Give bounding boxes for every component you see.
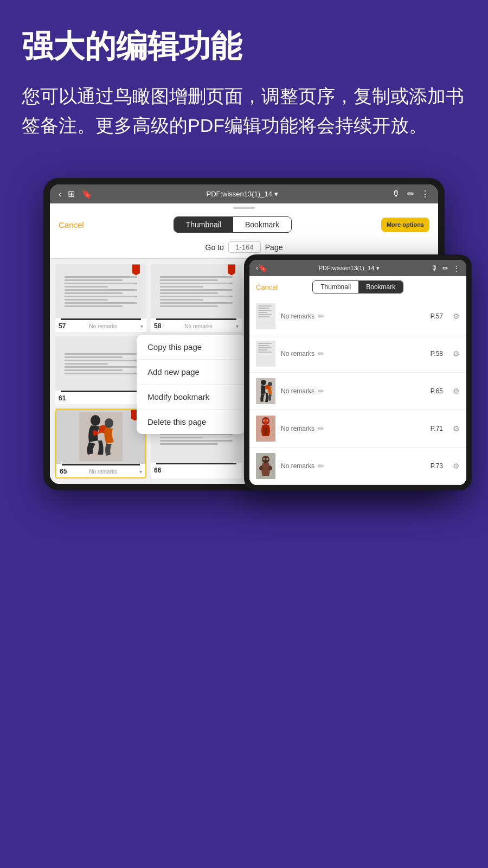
bookmark-row-58[interactable]: No remarks ✏ P.58 ⚙: [249, 335, 466, 373]
secondary-tab-group: Thumbnail Bookmark: [312, 280, 403, 293]
svg-point-25: [267, 420, 268, 422]
bookmark-thumb-73: [256, 453, 275, 479]
secondary-topbar: ‹ 🔖 PDF:wissen13(1)_14 ▾ 🎙 ✏ ⋮: [249, 260, 466, 276]
secondary-mic-icon[interactable]: 🎙: [431, 264, 438, 272]
secondary-more-icon[interactable]: ⋮: [453, 264, 460, 272]
remarks-57: No remarks: [89, 323, 117, 329]
chevron-58[interactable]: ▾: [236, 323, 239, 329]
thumb-65[interactable]: 65 No remarks ▾: [55, 409, 146, 478]
pen-icon[interactable]: ✏: [407, 189, 414, 199]
thumb-footer-61: 61 ▾: [55, 392, 146, 404]
chevron-65[interactable]: ▾: [139, 469, 142, 475]
tablet-topbar: ‹ ⊞ 🔖 PDF:wissen13(1)_14 ▾ 🎙 ✏ ⋮: [50, 184, 438, 203]
tab-thumbnail[interactable]: Thumbnail: [174, 217, 233, 232]
bookmark-row-71[interactable]: No remarks ✏ P.71 ⚙: [249, 410, 466, 448]
bookmark-thumb-57: [256, 303, 275, 329]
drag-handle-area: [50, 203, 438, 211]
page-num-57: 57: [59, 322, 66, 330]
page-num-61: 61: [59, 394, 66, 402]
cancel-button[interactable]: Cancel: [59, 220, 84, 229]
grid-icon[interactable]: ⊞: [68, 189, 75, 199]
svg-point-13: [91, 415, 100, 426]
bookmark-row-65[interactable]: No remarks ✏ P.65 ⚙: [249, 373, 466, 410]
artwork-65: [79, 412, 123, 461]
page-num-65: 65: [60, 468, 67, 475]
bookmark-icon[interactable]: 🔖: [81, 189, 92, 199]
page-num-66: 66: [154, 467, 161, 474]
page-num-58: 58: [154, 322, 161, 330]
thumb-footer-66: 66: [151, 464, 242, 476]
bookmark-flag-57: [132, 264, 140, 275]
secondary-cancel-button[interactable]: Cancel: [256, 283, 278, 291]
edit-icon-73[interactable]: ✏: [318, 462, 324, 470]
gear-icon-58[interactable]: ⚙: [453, 349, 460, 358]
more-options-button[interactable]: More options: [381, 218, 429, 232]
secondary-tablet-screen: ‹ 🔖 PDF:wissen13(1)_14 ▾ 🎙 ✏ ⋮ Cancel: [249, 260, 466, 485]
chevron-57[interactable]: ▾: [140, 323, 143, 329]
svg-point-14: [105, 418, 113, 428]
tab-bookmark[interactable]: Bookmark: [233, 217, 291, 232]
thumbnail-toolbar: Cancel Thumbnail Bookmark More options: [50, 211, 438, 238]
secondary-topbar-left-icons: 🔖: [258, 264, 267, 272]
back-icon[interactable]: ‹: [59, 189, 61, 199]
secondary-bookmark-icon[interactable]: 🔖: [258, 264, 267, 272]
gear-icon-73[interactable]: ⚙: [453, 462, 460, 470]
text-lines-57: [65, 270, 137, 313]
edit-icon-71[interactable]: ✏: [318, 424, 324, 433]
thumb-footer-57: 57 No remarks ▾: [55, 320, 146, 332]
secondary-topbar-right: 🎙 ✏ ⋮: [431, 264, 460, 272]
svg-point-24: [264, 420, 265, 422]
svg-point-16: [261, 380, 266, 385]
edit-icon-58[interactable]: ✏: [318, 349, 324, 358]
context-delete-page[interactable]: Delete this page: [137, 410, 245, 434]
secondary-tab-bookmark[interactable]: Bookmark: [358, 281, 403, 293]
thumb-img-57: [55, 264, 146, 318]
context-menu: Copy this page Add new page Modify bookm…: [137, 335, 245, 434]
secondary-pen-icon[interactable]: ✏: [442, 264, 448, 272]
bookmark-row-73[interactable]: No remarks ✏ P.73 ⚙: [249, 448, 466, 485]
svg-rect-21: [264, 427, 268, 435]
dropdown-icon[interactable]: ▾: [274, 190, 278, 198]
svg-point-31: [267, 459, 267, 459]
edit-icon-65[interactable]: ✏: [318, 387, 324, 395]
thumb-img-65: [56, 410, 145, 464]
bookmark-page-71: P.71: [431, 425, 443, 432]
secondary-tab-thumbnail[interactable]: Thumbnail: [313, 281, 358, 293]
filename-label: PDF:wissen13(1)_14: [206, 190, 272, 198]
text-lines-61: [65, 342, 137, 385]
mic-icon[interactable]: 🎙: [392, 189, 401, 199]
svg-point-30: [264, 459, 264, 459]
bookmark-row-57[interactable]: No remarks ✏ P.57 ⚙: [249, 298, 466, 335]
bookmark-list: No remarks ✏ P.57 ⚙: [249, 298, 466, 485]
page-input[interactable]: [228, 241, 261, 253]
gear-icon-71[interactable]: ⚙: [453, 424, 460, 433]
bookmark-thumb-71: [256, 416, 275, 442]
thumb-57[interactable]: 57 No remarks ▾: [55, 264, 146, 332]
thumb-footer-65: 65 No remarks ▾: [56, 465, 145, 477]
secondary-filename: PDF:wissen13(1)_14 ▾: [267, 265, 431, 272]
topbar-left: ‹ ⊞ 🔖: [59, 189, 92, 199]
bookmark-text-73: No remarks: [281, 462, 314, 470]
header-section: 强大的编辑功能 您可以通过鸟瞰图增删页面，调整页序，复制或添加书签备注。更多高级…: [0, 0, 488, 178]
more-icon[interactable]: ⋮: [421, 189, 429, 199]
edit-icon-57[interactable]: ✏: [318, 312, 324, 321]
context-modify-bookmark[interactable]: Modify bookmark: [137, 385, 245, 410]
page-description: 您可以通过鸟瞰图增删页面，调整页序，复制或添加书签备注。更多高级的PDF编辑功能…: [22, 81, 466, 141]
context-add-page[interactable]: Add new page: [137, 360, 245, 385]
context-copy-page[interactable]: Copy this page: [137, 335, 245, 360]
gear-icon-65[interactable]: ⚙: [453, 387, 460, 395]
tab-group: Thumbnail Bookmark: [174, 216, 292, 233]
thumb-61[interactable]: 61 ▾: [55, 336, 146, 404]
text-lines-58: [160, 270, 233, 313]
bookmark-flag-58: [228, 264, 235, 275]
bookmark-info-58: No remarks ✏: [281, 349, 425, 358]
bookmark-info-71: No remarks ✏: [281, 424, 425, 433]
gear-icon-57[interactable]: ⚙: [453, 312, 460, 321]
bookmark-page-58: P.58: [431, 350, 443, 358]
bookmark-text-71: No remarks: [281, 425, 314, 432]
bookmark-page-65: P.65: [431, 387, 443, 395]
device-area: ‹ ⊞ 🔖 PDF:wissen13(1)_14 ▾ 🎙 ✏ ⋮: [0, 178, 488, 512]
bookmark-page-57: P.57: [431, 312, 443, 320]
artwork-bm-65: [256, 378, 275, 404]
thumb-58[interactable]: 58 No remarks ▾: [151, 264, 242, 332]
